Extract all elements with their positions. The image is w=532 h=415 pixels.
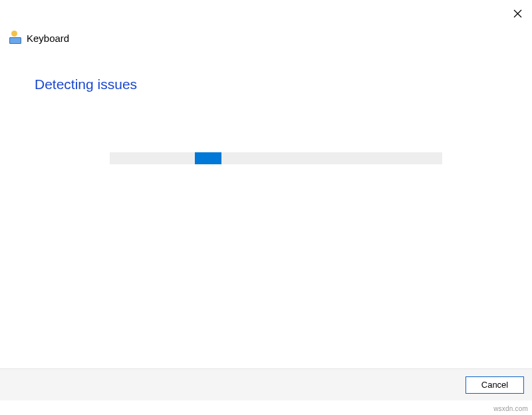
dialog-header: Keyboard [9, 32, 69, 44]
cancel-button[interactable]: Cancel [466, 376, 524, 394]
close-icon [513, 9, 522, 18]
dialog-title: Keyboard [27, 33, 69, 44]
close-button[interactable] [509, 5, 525, 21]
keyboard-icon [9, 32, 21, 44]
status-heading: Detecting issues [35, 76, 137, 92]
watermark-text: wsxdn.com [493, 405, 528, 412]
progress-bar [110, 152, 442, 164]
progress-indicator [195, 152, 221, 164]
dialog-footer: Cancel [0, 368, 532, 400]
